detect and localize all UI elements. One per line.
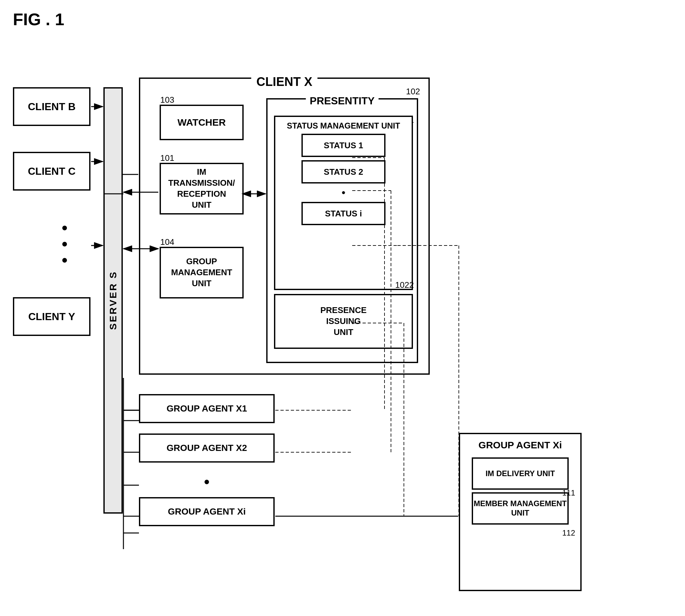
group-agent-x1-row: GROUP AGENT X1	[139, 394, 275, 423]
client-x-title: CLIENT X	[251, 75, 317, 89]
group-agent-xi-row: GROUP AGENT Xi	[139, 497, 275, 526]
piu-box: PRESENCEISSUINGUNIT	[274, 294, 413, 349]
server-s-label: SERVER S	[108, 271, 119, 330]
left-clients-column: CLIENT B CLIENT C ••• CLIENT Y	[13, 87, 90, 336]
smu-title: STATUS MANAGEMENT UNIT	[275, 121, 412, 131]
presentity-container: PRESENTITY 102 1021 STATUS MANAGEMENT UN…	[266, 98, 418, 363]
presentity-title: PRESENTITY	[306, 95, 379, 107]
status-i-box: STATUS i	[301, 202, 385, 225]
group-agent-x1-box: GROUP AGENT X1	[139, 394, 275, 423]
gmu-box: GROUPMANAGEMENTUNIT	[159, 247, 244, 299]
ga-xi-title: GROUP AGENT Xi	[460, 434, 580, 454]
group-agent-xi-detail: GROUP AGENT Xi 111 IM DELIVERY UNIT 112 …	[459, 433, 582, 591]
ref-101: 101	[160, 153, 174, 163]
smu-box: STATUS MANAGEMENT UNIT STATUS 1 STATUS 2…	[274, 116, 413, 290]
group-agent-xi-box: GROUP AGENT Xi	[139, 497, 275, 526]
group-agent-dots: •	[139, 473, 275, 491]
status-dots: •	[275, 187, 412, 199]
ref-102: 102	[406, 87, 420, 96]
watcher-box: WATCHER	[159, 105, 244, 140]
ref-111: 111	[562, 488, 575, 498]
im-delivery-box: IM DELIVERY UNIT	[472, 457, 569, 490]
group-agent-x2-box: GROUP AGENT X2	[139, 434, 275, 463]
ref-103: 103	[160, 95, 174, 105]
member-mgmt-box: MEMBER MANAGEMENT UNIT	[472, 492, 569, 525]
ref-112: 112	[562, 528, 575, 537]
client-dots: •••	[13, 216, 90, 271]
status-1-box: STATUS 1	[301, 134, 385, 157]
im-unit-box: IMTRANSMISSION/RECEPTIONUNIT	[159, 163, 244, 215]
ref-1022: 1022	[395, 280, 414, 290]
group-agent-x2-row: GROUP AGENT X2	[139, 434, 275, 463]
status-2-box: STATUS 2	[301, 160, 385, 183]
ref-104: 104	[160, 237, 174, 247]
client-b-box: CLIENT B	[13, 87, 90, 126]
client-x-container: CLIENT X 103 WATCHER 101 IMTRANSMISSION/…	[139, 78, 430, 375]
client-c-box: CLIENT C	[13, 152, 90, 191]
client-y-box: CLIENT Y	[13, 297, 90, 336]
group-agents-area: GROUP AGENT X1 GROUP AGENT X2 • GROUP AG…	[139, 394, 275, 526]
figure-title: FIG . 1	[13, 10, 64, 29]
server-s-bar: SERVER S	[103, 87, 123, 513]
